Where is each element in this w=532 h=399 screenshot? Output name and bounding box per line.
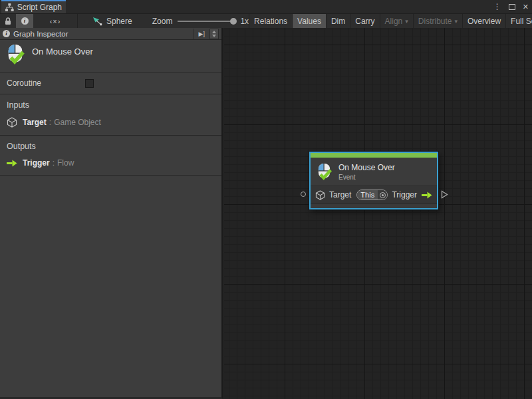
tab-script-graph[interactable]: Script Graph — [1, 0, 66, 13]
object-label: Sphere — [106, 17, 132, 26]
close-icon[interactable]: ✕ — [523, 3, 529, 11]
inputs-header: Inputs — [7, 100, 215, 110]
toolbar-button-align[interactable]: Align ▾ — [380, 14, 413, 28]
object-picker-icon[interactable] — [378, 190, 387, 200]
flow-arrow-icon — [7, 160, 17, 167]
outputs-section: Outputs Trigger : Flow — [0, 136, 221, 176]
cube-icon — [7, 117, 17, 128]
panel-title: Graph Inspector — [13, 30, 68, 38]
code-icon: ‹×› — [50, 17, 61, 25]
output-row-trigger: Trigger : Flow — [7, 158, 215, 168]
zoom-label: Zoom — [152, 17, 173, 26]
graph-inspector-header[interactable]: i Graph Inspector ▶] — [0, 28, 221, 40]
event-title: On Mouse Over — [32, 47, 93, 68]
target-value-chip[interactable]: This — [356, 190, 388, 200]
info-icon: i — [3, 30, 10, 37]
outputs-header: Outputs — [7, 142, 215, 151]
graph-object-reference[interactable]: Sphere — [92, 14, 132, 28]
input-row-target: Target : Game Object — [7, 117, 215, 128]
dock-panel-icon[interactable]: ▶] — [194, 29, 206, 39]
zoom-slider[interactable] — [178, 21, 235, 22]
toolbar-button-values[interactable]: Values — [293, 14, 326, 28]
toolbar-button-distribute[interactable]: Distribute ▾ — [414, 14, 462, 28]
arrow-down-icon[interactable] — [212, 35, 216, 37]
coroutine-row: Coroutine — [0, 72, 221, 94]
maximize-icon[interactable] — [509, 4, 515, 10]
graph-inspector-panel: i Graph Inspector ▶] On Mouse Over Corou… — [0, 28, 223, 399]
toolbar-button-carry[interactable]: Carry — [350, 14, 379, 28]
toolbar-button-overview[interactable]: Overview — [463, 14, 505, 28]
chevron-down-icon: ▾ — [455, 18, 458, 25]
code-view-button[interactable]: ‹×› — [33, 14, 77, 28]
coroutine-checkbox[interactable] — [85, 79, 94, 88]
zoom-value: 1x — [240, 17, 249, 26]
node-title: On Mouse Over — [338, 163, 395, 172]
lock-icon — [5, 17, 11, 25]
inspector-empty-area — [0, 176, 221, 397]
tab-title: Script Graph — [17, 3, 62, 12]
panel-stepper[interactable] — [209, 29, 219, 39]
zoom-slider-handle[interactable] — [230, 18, 237, 25]
node-header[interactable]: On Mouse Over Event — [311, 158, 437, 186]
mouse-event-icon — [316, 163, 332, 181]
event-summary-section: On Mouse Over — [0, 40, 221, 72]
toolbar: i ‹×› Sphere Zoom 1x Relations Values Di… — [0, 13, 532, 28]
inputs-section: Inputs Target : Game Object — [0, 94, 221, 136]
arrow-up-icon[interactable] — [212, 31, 216, 33]
script-graph-icon — [92, 17, 102, 26]
graph-hierarchy-icon — [5, 3, 14, 11]
toolbar-button-fullscreen[interactable]: Full Screen — [506, 14, 532, 28]
cube-icon — [315, 190, 325, 200]
node-port-row: Target This Trigger — [311, 186, 437, 203]
node-output-port[interactable] — [441, 190, 448, 199]
toolbar-button-dim[interactable]: Dim — [327, 14, 350, 28]
node-subtitle: Event — [338, 174, 395, 181]
info-icon: i — [21, 17, 29, 25]
node-accent-bar — [311, 153, 437, 158]
title-bar: Script Graph ⋮ ✕ — [0, 0, 532, 13]
lock-button[interactable] — [0, 14, 16, 28]
window-menu-icon[interactable]: ⋮ — [493, 3, 501, 11]
flow-arrow-icon — [422, 192, 432, 199]
node-input-port[interactable] — [301, 192, 306, 197]
inspector-toggle-button[interactable]: i — [16, 14, 33, 28]
chevron-down-icon: ▾ — [405, 18, 408, 25]
coroutine-label: Coroutine — [7, 78, 41, 88]
toolbar-button-relations[interactable]: Relations — [249, 14, 292, 28]
graph-canvas[interactable]: On Mouse Over Event Target This Trigger — [224, 28, 532, 399]
node-input-label: Target — [329, 190, 351, 200]
on-mouse-over-node[interactable]: On Mouse Over Event Target This Trigger — [309, 152, 438, 209]
node-footer — [311, 203, 437, 208]
mouse-event-icon — [5, 44, 25, 65]
node-output-label: Trigger — [392, 190, 417, 200]
